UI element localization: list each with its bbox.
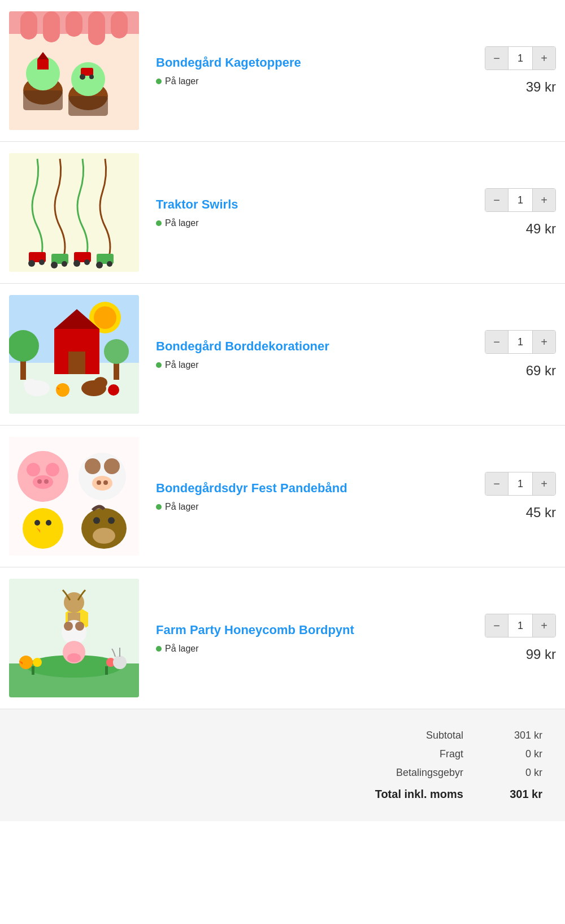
decrease-button[interactable]: − bbox=[485, 331, 508, 353]
shipping-label: Fragt bbox=[350, 748, 463, 760]
quantity-input[interactable] bbox=[508, 47, 533, 70]
total-label: Total inkl. moms bbox=[350, 788, 463, 801]
item-stock: På lager bbox=[156, 644, 466, 654]
svg-point-14 bbox=[71, 62, 105, 96]
svg-point-17 bbox=[89, 75, 94, 79]
svg-point-43 bbox=[24, 379, 37, 390]
svg-point-54 bbox=[37, 479, 42, 484]
quantity-input[interactable] bbox=[508, 614, 533, 637]
svg-point-88 bbox=[113, 656, 127, 669]
decrease-button[interactable]: − bbox=[485, 47, 508, 70]
item-name[interactable]: Bondegård Kagetoppere bbox=[156, 55, 466, 71]
total-value: 301 kr bbox=[497, 788, 542, 801]
svg-point-82 bbox=[33, 658, 42, 667]
item-price: 99 kr bbox=[526, 647, 556, 662]
svg-rect-8 bbox=[23, 90, 63, 110]
cart-item: Farm Party Honeycomb Bordpynt På lager −… bbox=[0, 567, 565, 709]
svg-point-48 bbox=[108, 384, 119, 396]
svg-point-20 bbox=[28, 260, 35, 267]
item-price: 49 kr bbox=[526, 221, 556, 237]
item-details: Traktor Swirls På lager bbox=[150, 197, 466, 229]
svg-point-16 bbox=[80, 74, 85, 80]
svg-point-61 bbox=[103, 480, 108, 485]
item-right: − + 45 kr bbox=[477, 472, 556, 520]
item-stock: På lager bbox=[156, 76, 466, 86]
item-stock: På lager bbox=[156, 360, 466, 370]
item-name[interactable]: Bondegård Borddekorationer bbox=[156, 339, 466, 355]
item-right: − + 69 kr bbox=[477, 330, 556, 379]
subtotal-value: 301 kr bbox=[497, 730, 542, 741]
increase-button[interactable]: + bbox=[533, 47, 555, 70]
cart-item: Traktor Swirls På lager − + 49 kr bbox=[0, 142, 565, 284]
svg-rect-6 bbox=[111, 11, 128, 38]
svg-point-78 bbox=[64, 622, 73, 631]
shipping-row: Fragt 0 kr bbox=[113, 745, 542, 764]
shipping-value: 0 kr bbox=[497, 748, 542, 760]
svg-point-58 bbox=[104, 458, 120, 474]
cart-item: Bondegård Borddekorationer På lager − + … bbox=[0, 284, 565, 426]
quantity-input[interactable] bbox=[508, 331, 533, 353]
decrease-button[interactable]: − bbox=[485, 614, 508, 637]
quantity-control: − + bbox=[485, 614, 556, 637]
svg-point-62 bbox=[23, 508, 63, 549]
svg-rect-4 bbox=[66, 11, 82, 37]
svg-point-21 bbox=[39, 259, 45, 265]
svg-point-45 bbox=[94, 377, 107, 388]
quantity-input[interactable] bbox=[508, 472, 533, 495]
item-stock: På lager bbox=[156, 218, 466, 228]
item-price: 39 kr bbox=[526, 79, 556, 95]
item-details: Farm Party Honeycomb Bordpynt På lager bbox=[150, 622, 466, 654]
svg-point-53 bbox=[33, 475, 53, 489]
svg-rect-85 bbox=[105, 666, 108, 675]
svg-point-29 bbox=[96, 262, 103, 268]
svg-point-81 bbox=[67, 653, 81, 662]
decrease-button[interactable]: − bbox=[485, 189, 508, 211]
svg-point-59 bbox=[92, 476, 112, 491]
quantity-control: − + bbox=[485, 46, 556, 70]
svg-point-67 bbox=[93, 528, 115, 544]
subtotal-label: Subtotal bbox=[350, 730, 463, 741]
item-name[interactable]: Traktor Swirls bbox=[156, 197, 466, 213]
decrease-button[interactable]: − bbox=[485, 472, 508, 495]
item-details: Bondegård Kagetoppere På lager bbox=[150, 55, 466, 87]
svg-rect-5 bbox=[88, 11, 105, 45]
svg-rect-84 bbox=[32, 666, 34, 675]
item-right: − + 49 kr bbox=[477, 188, 556, 237]
item-stock: På lager bbox=[156, 502, 466, 512]
svg-point-69 bbox=[108, 517, 115, 524]
svg-point-68 bbox=[93, 517, 100, 524]
increase-button[interactable]: + bbox=[533, 331, 555, 353]
svg-point-79 bbox=[75, 622, 84, 631]
svg-rect-13 bbox=[68, 96, 108, 116]
svg-point-27 bbox=[84, 259, 90, 265]
stock-indicator bbox=[156, 79, 162, 84]
item-price: 69 kr bbox=[526, 363, 556, 379]
svg-point-34 bbox=[94, 306, 116, 329]
subtotal-row: Subtotal 301 kr bbox=[113, 726, 542, 745]
increase-button[interactable]: + bbox=[533, 472, 555, 495]
stock-label: På lager bbox=[165, 502, 199, 512]
item-name[interactable]: Bondegårdsdyr Fest Pandebånd bbox=[156, 480, 466, 497]
svg-point-64 bbox=[34, 520, 40, 526]
item-name[interactable]: Farm Party Honeycomb Bordpynt bbox=[156, 622, 466, 639]
item-image bbox=[9, 579, 139, 697]
quantity-input[interactable] bbox=[508, 189, 533, 211]
increase-button[interactable]: + bbox=[533, 189, 555, 211]
svg-point-51 bbox=[27, 463, 40, 476]
fee-row: Betalingsgebyr 0 kr bbox=[113, 764, 542, 782]
stock-label: På lager bbox=[165, 360, 199, 370]
increase-button[interactable]: + bbox=[533, 614, 555, 637]
quantity-control: − + bbox=[485, 330, 556, 354]
item-details: Bondegårdsdyr Fest Pandebånd På lager bbox=[150, 480, 466, 513]
stock-indicator bbox=[156, 504, 162, 510]
quantity-control: − + bbox=[485, 472, 556, 496]
svg-point-60 bbox=[97, 480, 101, 485]
cart-item: Bondegård Kagetoppere På lager − + 39 kr bbox=[0, 0, 565, 142]
svg-rect-3 bbox=[43, 11, 60, 42]
stock-indicator bbox=[156, 220, 162, 226]
svg-point-30 bbox=[107, 261, 112, 267]
svg-rect-2 bbox=[20, 11, 37, 40]
svg-point-46 bbox=[56, 383, 69, 397]
svg-point-23 bbox=[51, 262, 58, 268]
svg-point-57 bbox=[85, 458, 101, 474]
